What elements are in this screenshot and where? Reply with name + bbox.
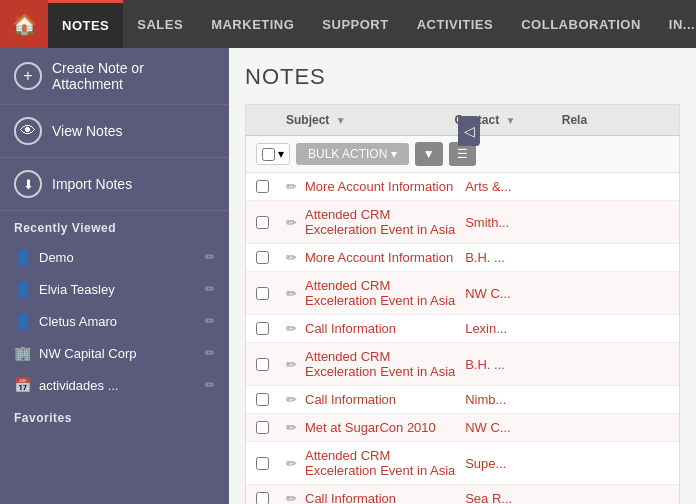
import-notes-action[interactable]: ⬇ Import Notes: [0, 158, 229, 211]
row-subject-5[interactable]: Attended CRM Exceleration Event in Asia: [305, 349, 465, 379]
calendar-icon: 📅: [14, 377, 31, 393]
edit-row-icon-2[interactable]: ✏: [286, 250, 297, 265]
checkbox-3[interactable]: [256, 287, 269, 300]
dropdown-arrow[interactable]: ▾: [278, 147, 284, 161]
row-subject-1[interactable]: Attended CRM Exceleration Event in Asia: [305, 207, 465, 237]
row-contact-7[interactable]: NW C...: [465, 420, 567, 435]
edit-row-icon-3[interactable]: ✏: [286, 286, 297, 301]
edit-row-icon-9[interactable]: ✏: [286, 491, 297, 504]
recently-viewed-title: Recently Viewed: [0, 211, 229, 241]
toggle-sidebar-button[interactable]: ◁: [458, 116, 480, 146]
home-button[interactable]: 🏠: [0, 0, 48, 48]
row-subject-4[interactable]: Call Information: [305, 321, 465, 336]
table-row: ✏ Attended CRM Exceleration Event in Asi…: [246, 343, 679, 386]
edit-row-icon-0[interactable]: ✏: [286, 179, 297, 194]
checkbox-8[interactable]: [256, 457, 269, 470]
table-row: ✏ Met at SugarCon 2010 NW C...: [246, 414, 679, 442]
recently-viewed-section: Recently Viewed 👤 Demo ✏ 👤 Elvia Teasley…: [0, 211, 229, 401]
row-subject-8[interactable]: Attended CRM Exceleration Event in Asia: [305, 448, 465, 478]
row-contact-5[interactable]: B.H. ...: [465, 357, 567, 372]
sidebar-item-nw-capital[interactable]: 🏢 NW Capital Corp ✏: [0, 337, 229, 369]
table-container: Subject ▼ Contact ▼ Rela ▾: [245, 104, 680, 504]
sidebar-item-elvia-label: Elvia Teasley: [39, 282, 205, 297]
checkbox-7[interactable]: [256, 421, 269, 434]
row-contact-8[interactable]: Supe...: [465, 456, 567, 471]
row-checkbox-2[interactable]: [256, 251, 286, 264]
nav-marketing[interactable]: MARKETING: [197, 0, 308, 48]
table-body: ✏ More Account Information Arts &... ✏ A…: [246, 173, 679, 504]
row-checkbox-1[interactable]: [256, 216, 286, 229]
table-row: ✏ Attended CRM Exceleration Event in Asi…: [246, 272, 679, 315]
row-subject-0[interactable]: More Account Information: [305, 179, 465, 194]
row-subject-6[interactable]: Call Information: [305, 392, 465, 407]
row-checkbox-8[interactable]: [256, 457, 286, 470]
checkbox-5[interactable]: [256, 358, 269, 371]
row-contact-4[interactable]: Lexin...: [465, 321, 567, 336]
row-subject-3[interactable]: Attended CRM Exceleration Event in Asia: [305, 278, 465, 308]
row-contact-9[interactable]: Sea R...: [465, 491, 567, 504]
nav-sales[interactable]: SALES: [123, 0, 197, 48]
header-related: Rela: [562, 113, 669, 127]
nav-collaboration[interactable]: COLLABORATION: [507, 0, 655, 48]
row-checkbox-7[interactable]: [256, 421, 286, 434]
edit-icon-elvia[interactable]: ✏: [205, 282, 215, 296]
edit-row-icon-1[interactable]: ✏: [286, 215, 297, 230]
checkbox-6[interactable]: [256, 393, 269, 406]
edit-row-icon-6[interactable]: ✏: [286, 392, 297, 407]
edit-icon-demo[interactable]: ✏: [205, 250, 215, 264]
filter-button[interactable]: ▼: [415, 142, 443, 166]
select-all-checkbox[interactable]: [262, 148, 275, 161]
checkbox-4[interactable]: [256, 322, 269, 335]
edit-row-icon-8[interactable]: ✏: [286, 456, 297, 471]
sidebar-item-nw-label: NW Capital Corp: [39, 346, 205, 361]
sidebar: + Create Note or Attachment 👁 View Notes…: [0, 48, 229, 504]
edit-icon-nw[interactable]: ✏: [205, 346, 215, 360]
row-contact-3[interactable]: NW C...: [465, 286, 567, 301]
row-checkbox-3[interactable]: [256, 287, 286, 300]
building-icon-nw: 🏢: [14, 345, 31, 361]
checkbox-2[interactable]: [256, 251, 269, 264]
sidebar-item-actividades[interactable]: 📅 actividades ... ✏: [0, 369, 229, 401]
person-icon-cletus: 👤: [14, 313, 31, 329]
checkbox-0[interactable]: [256, 180, 269, 193]
checkbox-dropdown[interactable]: ▾: [256, 143, 290, 165]
row-subject-9[interactable]: Call Information: [305, 491, 465, 504]
top-nav: 🏠 NOTES SALES MARKETING SUPPORT ACTIVITI…: [0, 0, 696, 48]
nav-activities[interactable]: ACTIVITIES: [403, 0, 508, 48]
plus-icon: +: [14, 62, 42, 90]
view-notes-action[interactable]: 👁 View Notes: [0, 105, 229, 158]
checkbox-9[interactable]: [256, 492, 269, 504]
create-note-action[interactable]: + Create Note or Attachment: [0, 48, 229, 105]
row-checkbox-0[interactable]: [256, 180, 286, 193]
edit-row-icon-4[interactable]: ✏: [286, 321, 297, 336]
row-contact-2[interactable]: B.H. ...: [465, 250, 567, 265]
sidebar-item-actividades-label: actividades ...: [39, 378, 205, 393]
edit-icon-cletus[interactable]: ✏: [205, 314, 215, 328]
sidebar-item-elvia[interactable]: 👤 Elvia Teasley ✏: [0, 273, 229, 305]
sidebar-item-demo[interactable]: 👤 Demo ✏: [0, 241, 229, 273]
sidebar-item-cletus[interactable]: 👤 Cletus Amaro ✏: [0, 305, 229, 337]
edit-icon-actividades[interactable]: ✏: [205, 378, 215, 392]
row-contact-1[interactable]: Smith...: [465, 215, 567, 230]
favorites-title: Favorites: [0, 401, 229, 431]
page-title: NOTES: [245, 64, 680, 90]
nav-notes[interactable]: NOTES: [48, 0, 123, 48]
row-checkbox-5[interactable]: [256, 358, 286, 371]
row-checkbox-4[interactable]: [256, 322, 286, 335]
nav-more[interactable]: IN...: [655, 0, 696, 48]
row-subject-2[interactable]: More Account Information: [305, 250, 465, 265]
edit-row-icon-5[interactable]: ✏: [286, 357, 297, 372]
edit-row-icon-7[interactable]: ✏: [286, 420, 297, 435]
row-subject-7[interactable]: Met at SugarCon 2010: [305, 420, 465, 435]
checkbox-1[interactable]: [256, 216, 269, 229]
nav-support[interactable]: SUPPORT: [308, 0, 402, 48]
create-note-label: Create Note or Attachment: [52, 60, 215, 92]
table-row: ✏ Call Information Sea R...: [246, 485, 679, 504]
bulk-action-button[interactable]: BULK ACTION ▾: [296, 143, 409, 165]
table-row: ✏ More Account Information B.H. ...: [246, 244, 679, 272]
row-checkbox-6[interactable]: [256, 393, 286, 406]
row-checkbox-9[interactable]: [256, 492, 286, 504]
header-subject[interactable]: Subject ▼: [286, 113, 455, 127]
row-contact-0[interactable]: Arts &...: [465, 179, 567, 194]
row-contact-6[interactable]: Nimb...: [465, 392, 567, 407]
